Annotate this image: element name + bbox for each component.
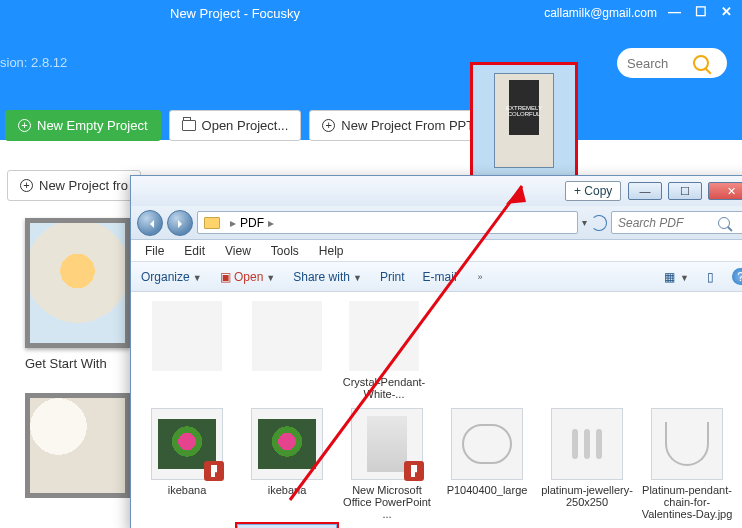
file-thumb <box>451 408 523 480</box>
close-button[interactable]: ✕ <box>708 182 742 200</box>
drop-preview-highlight: EXTREMELY COLORFUL <box>470 62 578 182</box>
file-item-selected[interactable] <box>237 524 337 528</box>
file-thumb <box>351 408 423 480</box>
file-item[interactable]: platinum-jewellery-250x250 <box>537 404 637 524</box>
file-name: platinum-jewellery-250x250 <box>539 484 635 508</box>
search-icon[interactable] <box>693 55 709 71</box>
template-thumb[interactable] <box>25 218 130 348</box>
plus-icon: + <box>322 119 335 132</box>
explorer-search-input[interactable] <box>618 216 718 230</box>
file-explorer-window: + Copy — ☐ ✕ ▸ PDF ▸ ▾ File Edit View To… <box>130 175 742 528</box>
new-project-from-button[interactable]: + New Project fro <box>7 170 141 201</box>
minimize-button[interactable]: — <box>628 182 662 200</box>
drop-preview-text: EXTREMELY COLORFUL <box>495 105 553 117</box>
cmd-open[interactable]: ▣ Open▼ <box>220 270 276 284</box>
file-item[interactable] <box>137 524 237 528</box>
drop-preview-image: EXTREMELY COLORFUL <box>494 73 554 168</box>
file-item[interactable]: New Microsoft Office PowerPoint ... <box>337 404 437 524</box>
file-item[interactable] <box>637 524 737 528</box>
cmd-share[interactable]: Share with▼ <box>293 270 362 284</box>
view-mode-icon[interactable]: ▦ ▼ <box>664 270 689 284</box>
file-thumb <box>151 300 223 372</box>
file-name: ikebana <box>239 484 335 496</box>
new-from-ppt-button[interactable]: + New Project From PPT <box>309 110 487 141</box>
file-item[interactable] <box>237 296 337 404</box>
file-item[interactable] <box>337 524 437 528</box>
plus-icon: + <box>20 179 33 192</box>
app-header: New Project - Focusky callamilk@gmail.co… <box>0 0 742 140</box>
search-icon <box>718 217 730 229</box>
file-thumb <box>251 408 323 480</box>
copy-button[interactable]: + Copy <box>565 181 621 201</box>
new-from-ppt-label: New Project From PPT <box>341 118 474 133</box>
file-thumb <box>551 408 623 480</box>
search-input[interactable] <box>627 56 687 71</box>
explorer-navbar: ▸ PDF ▸ ▾ <box>131 206 742 240</box>
file-thumb <box>651 408 723 480</box>
folder-icon <box>204 217 220 229</box>
folder-icon <box>182 120 196 131</box>
back-button[interactable] <box>137 210 163 236</box>
minimize-icon[interactable]: — <box>668 4 681 19</box>
forward-button[interactable] <box>167 210 193 236</box>
version-label: sion: 2.8.12 <box>0 55 67 70</box>
file-thumb <box>348 300 420 372</box>
file-name: P1040400_large <box>439 484 535 496</box>
menu-file[interactable]: File <box>145 244 164 258</box>
new-empty-project-button[interactable]: + New Empty Project <box>5 110 161 141</box>
file-name: Platinum-pendant-chain-for-Valentines-Da… <box>639 484 735 520</box>
explorer-command-bar: Organize▼ ▣ Open▼ Share with▼ Print E-ma… <box>131 262 742 292</box>
file-name: ikebana <box>139 484 235 496</box>
file-item[interactable]: Platinum-pendant-chain-for-Valentines-Da… <box>637 404 737 524</box>
close-icon[interactable]: ✕ <box>721 4 732 19</box>
plus-icon: + <box>18 119 31 132</box>
pdf-icon <box>404 461 424 481</box>
explorer-search[interactable] <box>611 211 742 234</box>
file-item[interactable]: P1040400_large <box>437 404 537 524</box>
file-thumb <box>251 300 323 372</box>
search-box[interactable] <box>617 48 727 78</box>
file-list: Crystal-Pendant-White-... ikebana ikeban… <box>131 292 742 528</box>
pdf-icon <box>204 461 224 481</box>
breadcrumb-folder[interactable]: PDF <box>240 216 264 230</box>
menu-view[interactable]: View <box>225 244 251 258</box>
file-item[interactable] <box>137 296 237 404</box>
template-thumb[interactable] <box>25 393 130 498</box>
explorer-titlebar[interactable]: + Copy — ☐ ✕ <box>131 176 742 206</box>
new-empty-label: New Empty Project <box>37 118 148 133</box>
breadcrumb[interactable]: ▸ PDF ▸ <box>197 211 578 234</box>
menu-tools[interactable]: Tools <box>271 244 299 258</box>
file-item[interactable]: ikebana <box>237 404 337 524</box>
file-item[interactable]: Crystal-Pendant-White-... <box>337 296 431 404</box>
open-project-button[interactable]: Open Project... <box>169 110 302 141</box>
menu-edit[interactable]: Edit <box>184 244 205 258</box>
help-icon[interactable]: ? <box>732 268 742 285</box>
file-item[interactable] <box>537 524 637 528</box>
preview-pane-icon[interactable]: ▯ <box>707 270 714 284</box>
cmd-email[interactable]: E-mail <box>423 270 457 284</box>
open-project-label: Open Project... <box>202 118 289 133</box>
file-item[interactable]: ikebana <box>137 404 237 524</box>
file-item[interactable] <box>437 524 537 528</box>
file-name: New Microsoft Office PowerPoint ... <box>339 484 435 520</box>
refresh-icon[interactable] <box>591 215 607 231</box>
new-project-from-label: New Project fro <box>39 178 128 193</box>
explorer-menubar: File Edit View Tools Help <box>131 240 742 262</box>
maximize-button[interactable]: ☐ <box>668 182 702 200</box>
cmd-print[interactable]: Print <box>380 270 405 284</box>
user-email[interactable]: callamilk@gmail.com <box>544 6 657 20</box>
cmd-organize[interactable]: Organize▼ <box>141 270 202 284</box>
file-name: Crystal-Pendant-White-... <box>339 376 429 400</box>
app-title: New Project - Focusky <box>170 6 300 21</box>
maximize-icon[interactable]: ☐ <box>695 4 707 19</box>
file-thumb <box>151 408 223 480</box>
menu-help[interactable]: Help <box>319 244 344 258</box>
